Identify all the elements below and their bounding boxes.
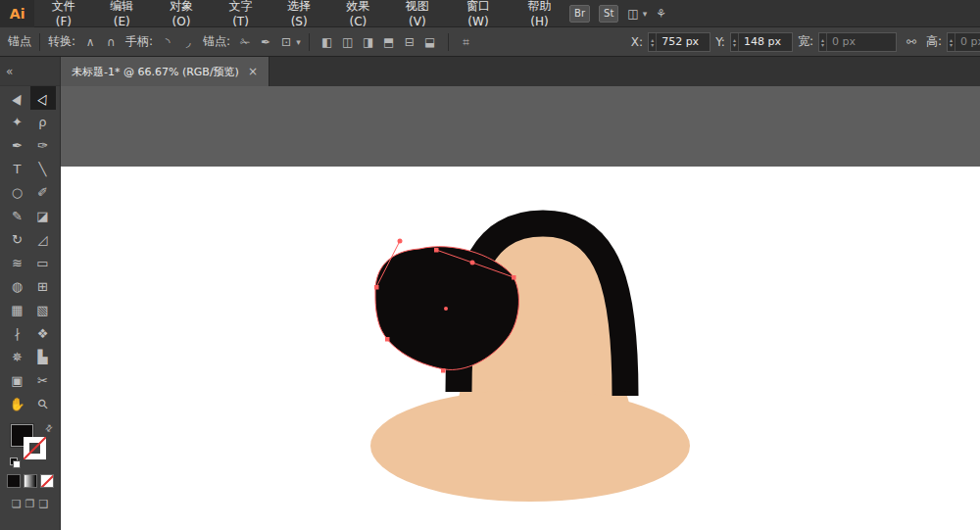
cut-path-icon[interactable]: ✁ — [235, 32, 255, 52]
reference-point-icon[interactable]: ⌗ — [457, 32, 476, 52]
align-bottom-icon[interactable]: ⬓ — [420, 32, 440, 52]
isolate-selection-icon[interactable]: ⊡ — [276, 32, 296, 52]
menu-item[interactable]: 帮助(H) — [510, 0, 569, 26]
height-input[interactable]: ▴▾ 0 px — [947, 32, 980, 52]
object-center-point[interactable] — [444, 307, 448, 311]
menu-item[interactable]: 文件(F) — [34, 0, 92, 26]
align-right-icon[interactable]: ◨ — [359, 32, 378, 52]
y-stepper[interactable]: ▴▾ — [731, 33, 739, 51]
pen-tool[interactable]: ✒ — [5, 133, 30, 157]
width-stepper[interactable]: ▴▾ — [819, 33, 827, 51]
width-input[interactable]: ▴▾ 0 px — [818, 32, 897, 52]
curvature-tool[interactable]: ✑ — [30, 133, 56, 157]
menu-item[interactable]: 效果(C) — [328, 0, 388, 26]
isolate-chevron-icon[interactable]: ▾ — [296, 37, 301, 47]
fill-stroke-swatches: ⇄ — [11, 424, 50, 465]
rotate-tool[interactable]: ↻ — [5, 227, 30, 251]
color-button[interactable] — [7, 474, 21, 488]
ellipse-tool[interactable]: ○ — [5, 180, 30, 204]
gradient-button[interactable] — [24, 474, 37, 488]
stock-button[interactable]: St — [599, 5, 618, 23]
magic-wand-tool[interactable]: ✦ — [5, 110, 30, 133]
convert-smooth-icon[interactable]: ∩ — [101, 32, 121, 52]
remove-anchor-pen-icon[interactable]: ✒ — [256, 32, 275, 52]
menubar-right: Br St ◫ ▾ ⚘ — [569, 5, 980, 23]
draw-mode-buttons: ❏❐❑ — [0, 498, 60, 510]
document-tab[interactable]: 未标题-1* @ 66.67% (RGB/预览) × — [61, 57, 270, 86]
show-handles-icon[interactable]: ◝ — [158, 32, 177, 52]
canvas-area[interactable] — [61, 86, 980, 530]
selection-tool[interactable]: ▶ — [5, 86, 30, 110]
align-top-icon[interactable]: ⬒ — [379, 32, 399, 52]
anchor-label: 锚点: — [203, 33, 230, 50]
handle-endpoint[interactable] — [398, 239, 403, 244]
handle-endpoint[interactable] — [470, 261, 475, 265]
y-value: 148 px — [739, 35, 786, 48]
hand-tool[interactable]: ✋ — [5, 392, 30, 415]
line-tool[interactable]: ╲ — [30, 157, 56, 180]
align-center-icon[interactable]: ◫ — [338, 32, 358, 52]
workspace-switcher-icon[interactable]: ◫ — [627, 7, 638, 21]
align-left-icon[interactable]: ◧ — [318, 32, 337, 52]
x-stepper[interactable]: ▴▾ — [649, 33, 657, 51]
eyedropper-tool[interactable]: ∤ — [5, 321, 30, 345]
shape-builder-tool[interactable]: ◍ — [5, 274, 30, 298]
width-tool[interactable]: ≋ — [5, 251, 30, 274]
zoom-tool[interactable]: ⚲ — [30, 392, 56, 415]
height-stepper[interactable]: ▴▾ — [948, 33, 956, 51]
stroke-color-swatch[interactable] — [24, 437, 46, 459]
document-tab-title: 未标题-1* @ 66.67% (RGB/预览) — [72, 65, 239, 79]
menu-item[interactable]: 视图(V) — [388, 0, 447, 26]
bridge-button[interactable]: Br — [569, 5, 590, 23]
gradient-tool[interactable]: ▧ — [30, 298, 56, 321]
handles-label: 手柄: — [125, 33, 153, 50]
menu-item[interactable]: 选择(S) — [270, 0, 328, 26]
perspective-grid-tool[interactable]: ⊞ — [30, 274, 56, 298]
mesh-tool[interactable]: ▦ — [5, 298, 30, 321]
menu-item[interactable]: 编辑(E) — [92, 0, 151, 26]
type-tool[interactable]: T — [5, 157, 30, 180]
y-input[interactable]: ▴▾ 148 px — [730, 32, 793, 52]
constrain-link-icon[interactable]: ⚯ — [902, 32, 921, 52]
symbol-sprayer-tool[interactable]: ✵ — [5, 345, 30, 368]
slice-tool[interactable]: ✂ — [30, 368, 56, 392]
anchor-point[interactable] — [374, 285, 379, 290]
scale-tool[interactable]: ◿ — [30, 227, 56, 251]
direct-selection-tool[interactable]: ▷ — [30, 86, 56, 110]
lasso-tool[interactable]: ρ — [30, 110, 56, 133]
anchor-point[interactable] — [434, 248, 439, 253]
blend-tool[interactable]: ❖ — [30, 321, 56, 345]
anchor-point[interactable] — [512, 275, 516, 280]
app-logo[interactable]: Ai — [0, 0, 34, 27]
transform-fields: X: ▴▾ 752 px Y: ▴▾ 148 px 宽: ▴▾ 0 px ⚯ 高… — [631, 32, 980, 52]
collapse-panel-icon[interactable]: « — [6, 65, 13, 78]
menu-item[interactable]: 窗口(W) — [447, 0, 510, 26]
anchor-point[interactable] — [441, 368, 446, 373]
draw-behind-icon[interactable]: ❐ — [25, 498, 35, 510]
close-tab-icon[interactable]: × — [248, 66, 258, 77]
anchor-point[interactable] — [385, 337, 390, 342]
convert-corner-icon[interactable]: ∧ — [80, 32, 100, 52]
draw-normal-icon[interactable]: ❏ — [12, 498, 22, 510]
menu-item[interactable]: 对象(O) — [151, 0, 212, 26]
pencil-tool[interactable]: ✎ — [5, 204, 30, 227]
swap-fill-stroke-icon[interactable]: ⇄ — [43, 422, 55, 434]
eraser-tool[interactable]: ◪ — [30, 204, 56, 227]
x-input[interactable]: ▴▾ 752 px — [648, 32, 710, 52]
align-middle-icon[interactable]: ⊟ — [400, 32, 419, 52]
chevron-down-icon[interactable]: ▾ — [643, 9, 648, 19]
draw-inside-icon[interactable]: ❑ — [38, 498, 48, 510]
artboard-tool[interactable]: ▣ — [5, 368, 30, 392]
x-label: X: — [631, 35, 643, 49]
shoulders-shape[interactable] — [370, 390, 690, 502]
free-transform-tool[interactable]: ▭ — [30, 251, 56, 274]
menu-item[interactable]: 文字(T) — [212, 0, 270, 26]
default-swatches-icon[interactable] — [10, 458, 21, 468]
color-type-buttons — [0, 474, 60, 488]
none-button[interactable] — [40, 474, 54, 488]
hide-handles-icon[interactable]: ◞ — [178, 32, 198, 52]
column-graph-tool[interactable]: ▙ — [30, 345, 56, 368]
artwork-layer — [61, 86, 980, 530]
share-icon[interactable]: ⚘ — [656, 7, 666, 21]
paintbrush-tool[interactable]: ✐ — [30, 180, 56, 204]
